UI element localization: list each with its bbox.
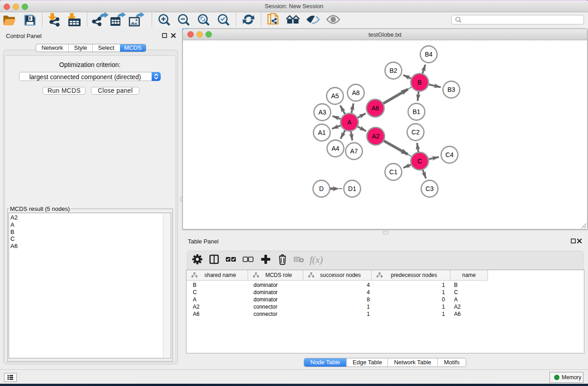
svg-text:B4: B4 [425, 51, 432, 58]
svg-text:B2: B2 [389, 67, 397, 74]
svg-text:C1: C1 [389, 168, 397, 176]
svg-text:D: D [319, 185, 324, 192]
svg-text:B3: B3 [447, 86, 455, 93]
svg-text:A6: A6 [371, 105, 379, 112]
svg-text:C2: C2 [411, 129, 420, 136]
svg-text:C3: C3 [425, 185, 434, 192]
svg-text:B: B [417, 79, 421, 86]
svg-text:f(x): f(x) [310, 254, 323, 265]
svg-text:C4: C4 [445, 151, 454, 158]
svg-text:A7: A7 [350, 148, 358, 155]
svg-text:C: C [417, 157, 422, 165]
svg-text:A1: A1 [318, 129, 325, 136]
svg-text:A3: A3 [318, 109, 326, 116]
svg-text:D1: D1 [348, 185, 356, 192]
svg-text:A: A [347, 119, 352, 126]
svg-text:A2: A2 [372, 133, 379, 140]
svg-text:A4: A4 [331, 145, 339, 152]
svg-text:A5: A5 [331, 92, 339, 100]
svg-text:A8: A8 [352, 89, 359, 96]
svg-text:B1: B1 [412, 108, 420, 115]
